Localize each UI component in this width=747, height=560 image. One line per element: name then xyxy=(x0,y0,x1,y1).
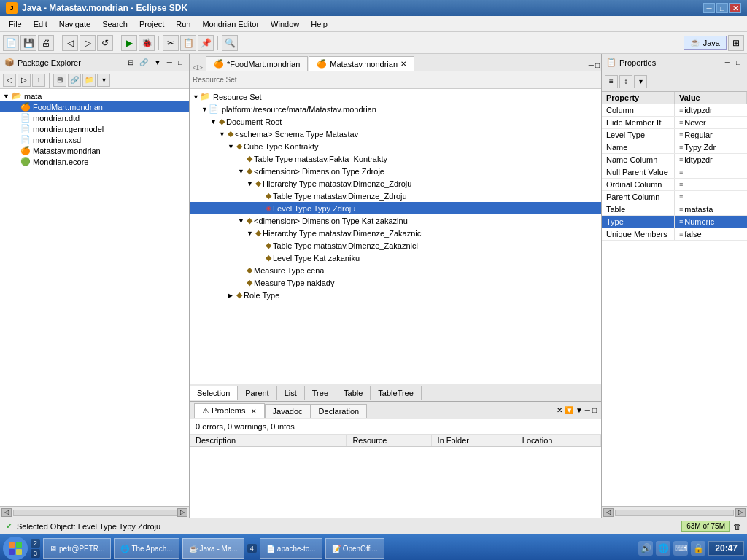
node-measure-cena[interactable]: ◆ Measure Type cena xyxy=(190,264,601,276)
scroll-track[interactable] xyxy=(13,510,177,516)
gc-button[interactable]: 🗑 xyxy=(733,522,741,531)
maximize-button[interactable]: □ xyxy=(716,3,728,13)
back-button[interactable]: ◁ xyxy=(62,35,78,51)
prop-row-parentcolumn[interactable]: Parent Column ≡ xyxy=(602,191,747,203)
menu-window[interactable]: Window xyxy=(265,18,305,30)
minimize-panel-button[interactable]: ─ xyxy=(165,58,174,67)
prop-row-ordinalcolumn[interactable]: Ordinal Column ≡ xyxy=(602,179,747,191)
keyboard-icon[interactable]: ⌨ xyxy=(673,541,688,556)
btm-tab-declaration[interactable]: Declaration xyxy=(311,404,368,418)
clear-button[interactable]: ✕ xyxy=(557,406,562,414)
node-resource-set[interactable]: ▼ 📁 Resource Set xyxy=(190,90,601,103)
scroll-right[interactable]: ▷ xyxy=(177,508,187,517)
tree-item-mata[interactable]: ▼ 📂 mata xyxy=(0,90,189,101)
maximize-panel-button[interactable]: □ xyxy=(176,58,185,67)
tab-list[interactable]: List xyxy=(277,386,305,400)
node-hierarchy-zdroju[interactable]: ▼ ◆ Hierarchy Type matastav.Dimenze_Zdro… xyxy=(190,177,601,190)
collapse-all-button[interactable]: ⊟ xyxy=(125,58,136,67)
props-maximize-button[interactable]: □ xyxy=(734,58,743,67)
menu-edit[interactable]: Edit xyxy=(28,18,53,30)
new-folder-button[interactable]: 📁 xyxy=(82,74,96,87)
categorized-button[interactable]: ≡ xyxy=(605,75,618,88)
tree-item-xsd[interactable]: 📄 mondrian.xsd xyxy=(0,134,189,145)
props-scroll-right[interactable]: ▷ xyxy=(735,508,746,517)
node-dimension-zdroje[interactable]: ▼ ◆ <dimension> Dimension Type Zdroje xyxy=(190,165,601,177)
view-menu-button[interactable]: ▼ xyxy=(152,58,163,67)
menu-file[interactable]: File xyxy=(3,18,28,30)
props-minimize-button[interactable]: ─ xyxy=(723,58,732,67)
taskbar-app-apache[interactable]: 🌐 The Apach... xyxy=(114,538,179,559)
prop-val-nullparent[interactable]: ≡ xyxy=(675,166,747,178)
menu-down-button[interactable]: ▾ xyxy=(97,74,110,87)
tree-item-foodmart[interactable]: 🍊 FoodMart.mondrian xyxy=(0,101,189,112)
taskbar-app-openoffice[interactable]: 📝 OpenOffi... xyxy=(325,538,384,559)
btm-tab-javadoc[interactable]: Javadoc xyxy=(265,404,311,418)
tree-item-dtd[interactable]: 📄 mondrian.dtd xyxy=(0,112,189,123)
debug-button[interactable]: 🐞 xyxy=(139,35,155,51)
scroll-left[interactable]: ◁ xyxy=(1,508,12,517)
node-table-zakaznici[interactable]: ◆ Table Type matastav.Dimenze_Zakaznici xyxy=(190,239,601,252)
filter-button[interactable]: 🔽 xyxy=(565,406,573,414)
menu-search[interactable]: Search xyxy=(96,18,133,30)
tab-matastav[interactable]: 🍊 Matastav.mondrian ✕ xyxy=(309,56,414,71)
link-with-editor-button[interactable]: 🔗 xyxy=(137,58,150,67)
task-num-3[interactable]: 4 xyxy=(247,544,257,553)
perspectives-button[interactable]: ⊞ xyxy=(728,35,744,51)
prop-val-namecolumn[interactable]: ≡ idtypzdr xyxy=(675,154,747,166)
prop-row-unique[interactable]: Unique Members ≡ false xyxy=(602,228,747,241)
props-scroll-left[interactable]: ◁ xyxy=(603,508,614,517)
node-cube[interactable]: ▼ ◆ Cube Type Kontrakty xyxy=(190,140,601,152)
perspective-java[interactable]: ☕ Java xyxy=(684,36,727,50)
up-nav-button[interactable]: ↑ xyxy=(32,74,45,87)
tab-tree[interactable]: Tree xyxy=(305,386,336,400)
tab-tabletree[interactable]: TableTree xyxy=(371,386,422,400)
prop-row-type[interactable]: Type ≡ Numeric xyxy=(602,216,747,228)
menu-navigate[interactable]: Navigate xyxy=(53,18,96,30)
prop-val-column[interactable]: ≡ idtypzdr xyxy=(675,104,747,116)
tree-item-ecore[interactable]: 🟢 Mondrian.ecore xyxy=(0,156,189,167)
forward-nav-button[interactable]: ▷ xyxy=(18,74,31,87)
node-table-fakta[interactable]: ◆ Table Type matastav.Fakta_Kontrakty xyxy=(190,152,601,165)
collapse-button[interactable]: ⊟ xyxy=(53,74,66,87)
prop-val-hidemember[interactable]: ≡ Never xyxy=(675,117,747,128)
problems-close[interactable]: ✕ xyxy=(251,408,257,415)
tab-parent[interactable]: Parent xyxy=(238,386,276,400)
new-button[interactable]: 📄 xyxy=(3,35,19,51)
taskbar-app-java[interactable]: ☕ Java - Ma... xyxy=(182,538,244,559)
node-dimension-zakazinu[interactable]: ▼ ◆ <dimension> Dimension Type Kat zakaz… xyxy=(190,214,601,227)
search-button[interactable]: 🔍 xyxy=(222,35,238,51)
prop-val-table[interactable]: ≡ matasta xyxy=(675,203,747,215)
run-button[interactable]: ▶ xyxy=(121,35,137,51)
prop-row-hidemember[interactable]: Hide Member If ≡ Never xyxy=(602,117,747,129)
prop-val-unique[interactable]: ≡ false xyxy=(675,228,747,240)
taskbar-app-apache2[interactable]: 📄 apache-to... xyxy=(260,538,322,559)
node-table-dimenze-zdroju[interactable]: ◆ Table Type matastav.Dimenze_Zdroju xyxy=(190,190,601,202)
menu-project[interactable]: Project xyxy=(133,18,170,30)
back-nav-button[interactable]: ◁ xyxy=(3,74,16,87)
minimize-bottom-button[interactable]: ─ xyxy=(585,406,590,414)
menu-mondrian-editor[interactable]: Mondrian Editor xyxy=(196,18,265,30)
node-hierarchy-zakaznici[interactable]: ▼ ◆ Hierarchy Type matastav.Dimenze_Zaka… xyxy=(190,227,601,239)
btm-tab-problems[interactable]: ⚠ Problems ✕ xyxy=(194,403,265,418)
start-button[interactable] xyxy=(3,537,28,560)
memory-indicator[interactable]: 63M of 75M xyxy=(681,521,730,532)
prop-row-table[interactable]: Table ≡ matasta xyxy=(602,203,747,216)
copy-button[interactable]: 📋 xyxy=(180,35,196,51)
paste-button[interactable]: 📌 xyxy=(198,35,214,51)
task-num-2[interactable]: 3 xyxy=(31,549,40,558)
cut-button[interactable]: ✂ xyxy=(163,35,179,51)
print-button[interactable]: 🖨 xyxy=(38,35,54,51)
tab-selection[interactable]: Selection xyxy=(190,386,238,400)
security-icon[interactable]: 🔒 xyxy=(691,541,705,556)
minimize-editor-button[interactable]: ─ xyxy=(589,61,594,69)
tree-item-matastav[interactable]: 🍊 Matastav.mondrian xyxy=(0,145,189,156)
close-button[interactable]: ✕ xyxy=(729,3,741,13)
forward-button[interactable]: ▷ xyxy=(80,35,96,51)
prop-val-name[interactable]: ≡ Typy Zdr xyxy=(675,141,747,153)
maximize-bottom-button[interactable]: □ xyxy=(592,406,597,414)
link-editor-button[interactable]: 🔗 xyxy=(68,74,81,87)
prop-val-type[interactable]: ≡ Numeric xyxy=(675,216,747,228)
taskbar-app-petr[interactable]: 🖥 petr@PETR... xyxy=(43,538,111,559)
tab-foodmart[interactable]: 🍊 *FoodMart.mondrian xyxy=(206,56,308,71)
refresh-button[interactable]: ↺ xyxy=(97,35,113,51)
